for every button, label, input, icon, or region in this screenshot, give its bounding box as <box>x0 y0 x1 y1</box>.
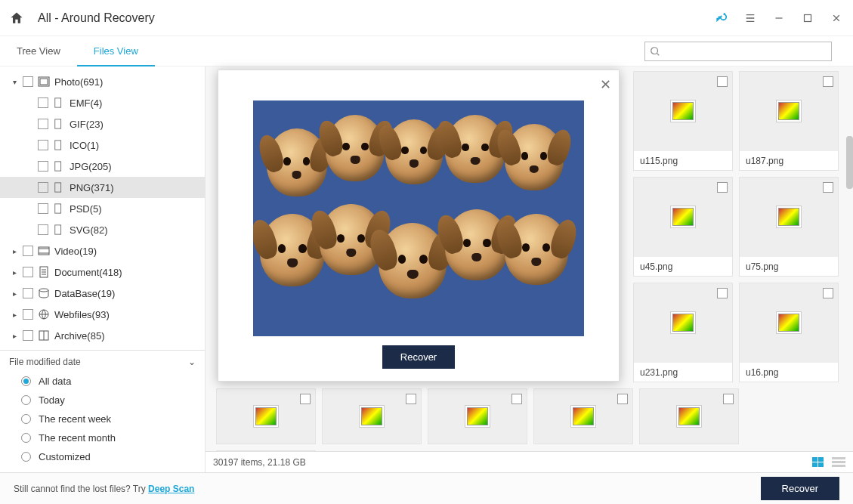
maximize-button[interactable] <box>800 11 815 26</box>
file-tile[interactable] <box>216 450 316 451</box>
tree-category-video[interactable]: ▸Video(19) <box>0 240 205 261</box>
checkbox[interactable] <box>38 97 48 108</box>
checkbox[interactable] <box>23 76 33 87</box>
checkbox[interactable] <box>300 394 311 404</box>
file-name: u231.png <box>634 362 732 382</box>
tree-category-archive[interactable]: ▸Archive(85) <box>0 325 205 346</box>
file-icon <box>53 224 65 236</box>
tree-category-webfiles[interactable]: ▸Webfiles(93) <box>0 304 205 325</box>
checkbox[interactable] <box>38 140 48 150</box>
radio[interactable] <box>21 414 31 424</box>
tree-category-photo[interactable]: ▾ Photo(691) <box>0 71 205 92</box>
checkbox[interactable] <box>23 246 33 256</box>
footer-hint: Still cannot find the lost files? Try De… <box>14 484 194 494</box>
filter-option-all[interactable]: All data <box>9 372 196 391</box>
image-thumb-icon <box>778 208 799 226</box>
radio[interactable] <box>21 376 31 386</box>
checkbox[interactable] <box>38 203 48 214</box>
checkbox[interactable] <box>717 182 728 193</box>
tab-files-view[interactable]: Files View <box>77 36 155 66</box>
deep-scan-link[interactable]: Deep Scan <box>148 484 194 494</box>
file-tile[interactable]: u45.png <box>633 177 733 277</box>
tree-item-emf[interactable]: EMF(4) <box>0 92 205 113</box>
tree-item-jpg[interactable]: JPG(205) <box>0 156 205 177</box>
checkbox[interactable] <box>617 394 628 404</box>
file-name: u16.png <box>740 362 838 382</box>
close-icon[interactable]: ✕ <box>600 76 611 93</box>
checkbox[interactable] <box>38 182 48 193</box>
home-icon[interactable] <box>9 11 24 26</box>
checkbox[interactable] <box>823 76 833 87</box>
file-tile[interactable]: u115.png <box>633 71 733 171</box>
checkbox[interactable] <box>23 309 33 320</box>
chevron-right-icon: ▸ <box>11 311 18 319</box>
app-title: All - Around Recovery <box>38 11 155 25</box>
filter-option-month[interactable]: The recent month <box>9 428 196 447</box>
chevron-right-icon: ▸ <box>11 289 18 298</box>
svg-rect-6 <box>55 119 61 128</box>
svg-point-2 <box>651 47 658 54</box>
checkbox[interactable] <box>823 288 833 298</box>
file-name: u187.png <box>740 150 838 170</box>
svg-rect-4 <box>40 79 48 85</box>
tab-tree-view[interactable]: Tree View <box>0 36 77 66</box>
checkbox[interactable] <box>823 182 833 193</box>
tree-item-psd[interactable]: PSD(5) <box>0 198 205 219</box>
search-input[interactable] <box>644 42 832 61</box>
svg-rect-9 <box>55 183 61 192</box>
file-tile[interactable] <box>428 388 527 444</box>
tree-item-svg[interactable]: SVG(82) <box>0 219 205 240</box>
preview-recover-button[interactable]: Recover <box>382 345 455 369</box>
tree-label: Video(19) <box>54 246 97 257</box>
radio[interactable] <box>21 433 31 443</box>
checkbox[interactable] <box>38 119 48 129</box>
tree-item-gif[interactable]: GIF(23) <box>0 113 205 135</box>
file-tile[interactable] <box>639 388 739 444</box>
file-tile[interactable] <box>533 388 633 444</box>
filter-option-week[interactable]: The recent week <box>9 410 196 428</box>
minimize-button[interactable] <box>771 11 787 26</box>
recover-button[interactable]: Recover <box>761 477 839 500</box>
file-tile[interactable]: u187.png <box>739 71 839 171</box>
database-icon <box>38 287 50 299</box>
checkbox[interactable] <box>717 76 728 87</box>
tree-item-png[interactable]: PNG(371) <box>0 177 205 198</box>
radio[interactable] <box>21 452 31 462</box>
file-tile[interactable]: u231.png <box>633 283 733 382</box>
file-tile[interactable]: u75.png <box>739 177 839 277</box>
scrollbar-thumb[interactable] <box>846 136 853 189</box>
tree-label: PNG(371) <box>70 182 114 193</box>
file-tile[interactable]: u16.png <box>739 283 839 382</box>
checkbox[interactable] <box>717 288 728 298</box>
file-tile[interactable] <box>216 388 316 444</box>
filter-label: The recent month <box>39 432 116 444</box>
tree-category-document[interactable]: ▸Document(418) <box>0 261 205 283</box>
file-icon <box>53 139 65 151</box>
svg-rect-8 <box>55 162 61 171</box>
view-grid-button[interactable] <box>812 457 826 468</box>
menu-icon[interactable] <box>743 11 758 26</box>
checkbox[interactable] <box>511 394 522 404</box>
image-thumb-icon <box>467 407 488 425</box>
key-icon[interactable] <box>715 9 729 26</box>
checkbox[interactable] <box>406 394 416 404</box>
file-tile[interactable] <box>322 388 422 444</box>
checkbox[interactable] <box>23 267 33 277</box>
checkbox[interactable] <box>38 161 48 172</box>
globe-icon <box>38 308 50 320</box>
filter-option-today[interactable]: Today <box>9 391 196 410</box>
filter-header[interactable]: File modified date ⌄ <box>9 357 196 367</box>
svg-point-14 <box>39 289 48 292</box>
tree-item-ico[interactable]: ICO(1) <box>0 135 205 156</box>
view-list-button[interactable] <box>832 457 845 468</box>
checkbox[interactable] <box>23 288 33 298</box>
checkbox[interactable] <box>23 330 33 341</box>
tree-category-database[interactable]: ▸DataBase(19) <box>0 283 205 304</box>
checkbox[interactable] <box>38 224 48 235</box>
close-button[interactable] <box>829 11 844 26</box>
checkbox[interactable] <box>723 394 734 404</box>
filter-option-custom[interactable]: Customized <box>9 447 196 466</box>
image-thumb-icon <box>573 407 594 425</box>
radio[interactable] <box>21 395 31 405</box>
tree-label: JPG(205) <box>70 161 112 172</box>
